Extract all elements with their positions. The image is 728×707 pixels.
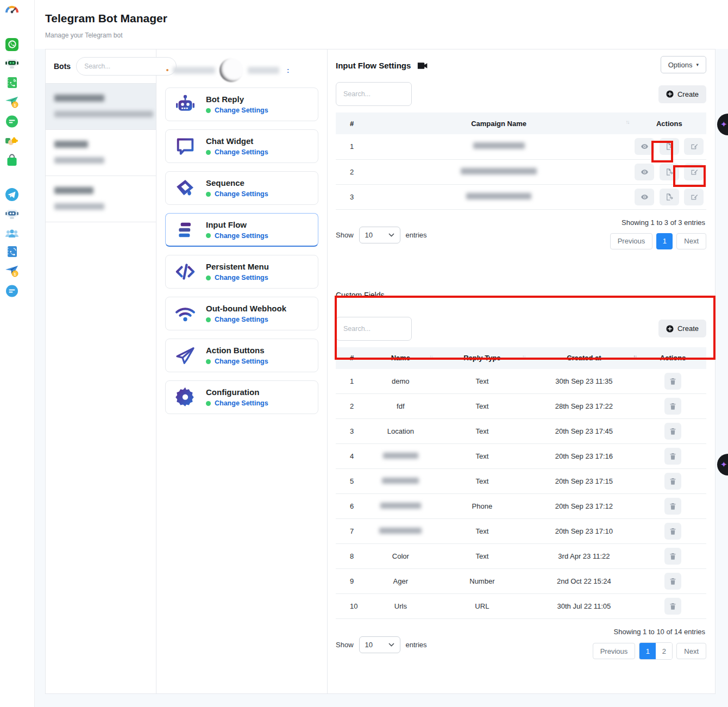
chevron-down-icon <box>388 643 394 647</box>
status-dot-green <box>206 150 211 155</box>
redacted-bot-username <box>54 203 104 210</box>
bot-list-item[interactable] <box>46 84 156 130</box>
redacted-campaign-name <box>461 168 537 174</box>
robot-green-icon[interactable] <box>5 56 19 70</box>
settings-card-sequence[interactable]: Sequence Change Settings <box>165 171 318 205</box>
export-button[interactable] <box>660 189 679 205</box>
change-settings-link[interactable]: Change Settings <box>215 148 268 156</box>
settings-card-configuration[interactable]: Configuration Change Settings <box>165 380 318 414</box>
settings-card-chat-widget[interactable]: Chat Widget Change Settings <box>165 129 318 163</box>
delete-button[interactable] <box>664 373 681 390</box>
shop-bag-icon[interactable] <box>5 153 19 167</box>
bot-list-item[interactable] <box>46 176 156 222</box>
status-dot-green <box>206 317 211 322</box>
trash-icon <box>669 427 677 435</box>
column-header-hash[interactable]: # <box>336 112 366 134</box>
input-flow-search-input[interactable] <box>336 82 412 106</box>
change-settings-link[interactable]: Change Settings <box>215 190 268 198</box>
contacts-green-icon[interactable] <box>5 76 19 90</box>
settings-card-input-flow[interactable]: Input Flow Change Settings <box>165 213 318 247</box>
delete-button[interactable] <box>664 448 681 465</box>
contacts-blue-icon[interactable] <box>5 245 19 259</box>
settings-card-action-buttons[interactable]: Action Buttons Change Settings <box>165 339 318 372</box>
robot-blue-icon[interactable] <box>5 207 19 221</box>
sort-icon[interactable]: ↑↓ <box>429 354 432 360</box>
delete-button[interactable] <box>664 523 681 540</box>
bot-list-item[interactable] <box>46 130 156 176</box>
edit-button[interactable] <box>684 189 704 205</box>
previous-page-button[interactable]: Previous <box>593 643 636 659</box>
delete-button[interactable] <box>664 598 681 615</box>
table-row: 6 Phone 20th Sep 23 17:12 <box>336 494 706 519</box>
change-settings-link[interactable]: Change Settings <box>215 274 268 281</box>
next-page-button[interactable]: Next <box>676 233 706 249</box>
edit-button[interactable] <box>684 138 704 155</box>
column-header-hash[interactable]: # <box>336 347 366 369</box>
reply-type: Text <box>436 469 529 494</box>
field-name: fdf <box>366 394 436 419</box>
export-button[interactable] <box>660 138 679 155</box>
settings-card-persistent-menu[interactable]: Persistent Menu Change Settings <box>165 255 318 289</box>
page-size-select[interactable]: 10 <box>359 227 400 243</box>
change-settings-link[interactable]: Change Settings <box>215 399 268 407</box>
whatsapp-icon[interactable] <box>5 37 19 52</box>
edit-button[interactable] <box>684 164 704 180</box>
delete-button[interactable] <box>664 573 681 590</box>
change-settings-link[interactable]: Change Settings <box>215 232 268 240</box>
next-page-button[interactable]: Next <box>676 643 706 659</box>
sender-coin-green-icon[interactable]: 1 <box>5 95 19 109</box>
chat-green-icon[interactable] <box>5 115 19 129</box>
table-row: 1 <box>336 134 706 159</box>
page-number-1[interactable]: 1 <box>639 643 656 659</box>
delete-button[interactable] <box>664 498 681 515</box>
settings-card-bot-reply[interactable]: Bot Reply Change Settings <box>165 87 318 121</box>
reply-type: Text <box>436 544 529 569</box>
page-size-select[interactable]: 10 <box>359 636 400 653</box>
page-number-1[interactable]: 1 <box>656 233 673 249</box>
export-button[interactable] <box>660 164 679 180</box>
status-dot-green <box>206 276 211 280</box>
redacted-bot-username <box>54 157 104 164</box>
sender-coin-blue-icon[interactable]: 1 <box>5 264 19 278</box>
action-buttons-icon <box>173 343 197 367</box>
column-header-campaign[interactable]: Campaign Name ↑↓ <box>366 112 632 134</box>
input-flow-create-button[interactable]: Create <box>658 85 706 103</box>
delete-button[interactable] <box>664 423 681 440</box>
column-header-name[interactable]: Name↑↓ <box>366 347 436 369</box>
users-blue-icon[interactable] <box>5 227 19 241</box>
settings-card-title: Action Buttons <box>206 346 268 355</box>
view-button[interactable] <box>635 164 654 180</box>
sort-icon-active[interactable]: ↑↓ <box>633 354 636 360</box>
sparkle-icon: ✦ <box>720 120 727 129</box>
hand-puzzle-icon[interactable] <box>5 134 19 148</box>
change-settings-link[interactable]: Change Settings <box>215 107 268 114</box>
change-settings-link[interactable]: Change Settings <box>215 316 268 323</box>
column-header-created-at[interactable]: Created at↑↓ <box>529 347 640 369</box>
custom-fields-search-input[interactable] <box>336 317 412 341</box>
column-header-reply-type[interactable]: Reply Type↑↓ <box>436 347 529 369</box>
input-flow-panel: Input Flow Settings Options ▾ Create # <box>328 49 715 693</box>
delete-button[interactable] <box>664 473 681 490</box>
settings-card-webhook[interactable]: Out-bound Webhook Change Settings <box>165 297 318 330</box>
chevron-down-icon <box>388 233 394 237</box>
view-button[interactable] <box>635 138 654 155</box>
custom-fields-create-button[interactable]: Create <box>658 320 706 337</box>
configuration-icon <box>173 385 197 409</box>
sort-icon[interactable]: ↑↓ <box>626 119 629 125</box>
bot-avatar <box>219 58 243 82</box>
page-number-2[interactable]: 2 <box>656 643 672 659</box>
file-export-icon <box>665 193 673 201</box>
reply-type: URL <box>436 594 529 619</box>
webhook-icon <box>173 302 197 326</box>
previous-page-button[interactable]: Previous <box>610 233 653 249</box>
speedometer-icon[interactable] <box>5 4 19 18</box>
delete-button[interactable] <box>664 398 681 415</box>
change-settings-link[interactable]: Change Settings <box>215 358 268 365</box>
telegram-icon[interactable] <box>5 187 19 202</box>
options-button[interactable]: Options ▾ <box>661 56 706 73</box>
delete-button[interactable] <box>664 548 681 565</box>
table-row: 9 Ager Number 2nd Oct 22 15:24 <box>336 569 706 594</box>
sort-icon[interactable]: ↑↓ <box>522 354 525 360</box>
view-button[interactable] <box>635 189 654 205</box>
chat-blue-icon[interactable] <box>5 284 19 298</box>
